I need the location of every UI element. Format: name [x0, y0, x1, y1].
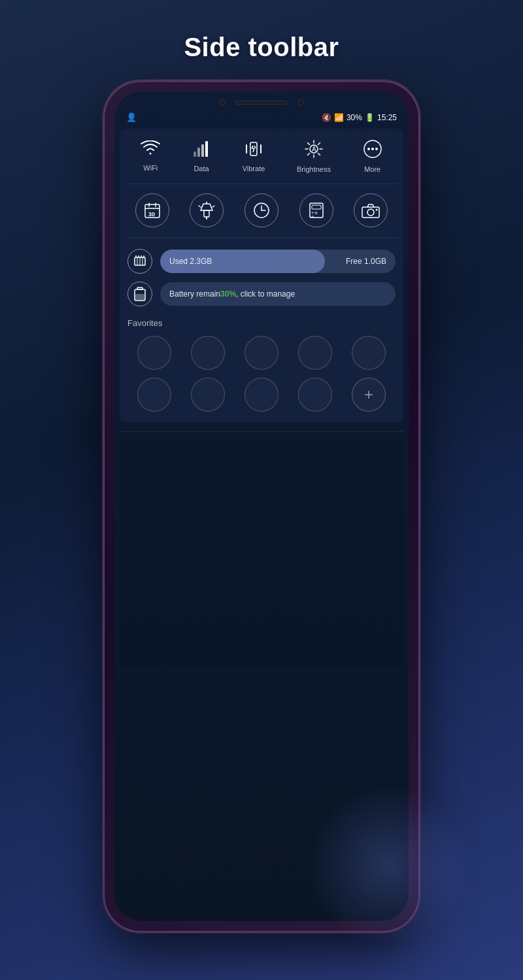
calendar-icon: 30 — [135, 193, 169, 227]
toggle-data[interactable]: Data — [192, 140, 211, 172]
shortcut-flashlight[interactable] — [190, 193, 224, 227]
svg-line-18 — [318, 154, 320, 155]
svg-text:A: A — [312, 146, 316, 153]
favorite-slot-4[interactable] — [298, 336, 332, 370]
svg-line-34 — [212, 206, 214, 207]
more-label: More — [364, 165, 380, 173]
svg-rect-0 — [194, 152, 196, 157]
favorites-grid: + — [125, 336, 398, 412]
status-left: 👤 — [126, 112, 137, 122]
shortcut-calculator[interactable]: ÷× +- — [299, 193, 333, 227]
memory-bar-labels: Used 2.3GB Free 1.0GB — [160, 257, 396, 266]
battery-percent-status: 30% — [346, 113, 362, 122]
shortcut-clock[interactable] — [245, 193, 278, 227]
memory-used-label: Used 2.3GB — [169, 257, 212, 266]
svg-point-24 — [375, 148, 378, 150]
svg-rect-1 — [197, 148, 200, 157]
proximity-sensor — [297, 99, 304, 106]
phone-screen: 👤 🔇 📶 30% 🔋 15:25 — [114, 91, 409, 921]
battery-text-before: Battery remain — [169, 289, 220, 299]
svg-line-19 — [318, 143, 320, 145]
favorite-slot-2[interactable] — [191, 336, 225, 370]
phone-frame: 👤 🔇 📶 30% 🔋 15:25 — [105, 82, 418, 931]
phone-top-bar — [114, 91, 409, 111]
toggle-more[interactable]: More — [363, 139, 382, 173]
memory-free-label: Free 1.0GB — [346, 257, 386, 266]
toggle-wifi[interactable]: WiFi — [141, 140, 160, 172]
bottom-content-area — [120, 441, 403, 670]
battery-icon — [127, 282, 152, 306]
favorites-label: Favorites — [125, 318, 398, 328]
svg-text:+-: +- — [311, 214, 316, 219]
toggle-vibrate[interactable]: Vibrate — [243, 140, 265, 172]
vibrate-icon — [244, 140, 263, 161]
svg-line-17 — [307, 143, 309, 145]
favorite-slot-1[interactable] — [137, 336, 171, 370]
shortcut-calendar[interactable]: 30 — [135, 193, 169, 227]
svg-line-8 — [253, 148, 254, 152]
calculator-icon: ÷× +- — [299, 193, 333, 227]
svg-rect-55 — [137, 287, 143, 289]
flashlight-icon — [190, 193, 224, 227]
toggle-brightness[interactable]: A Brightness — [297, 139, 331, 173]
memory-bar: Used 2.3GB Free 1.0GB — [160, 250, 396, 273]
user-icon: 👤 — [126, 112, 137, 122]
svg-line-33 — [199, 206, 201, 207]
svg-rect-2 — [201, 144, 204, 157]
favorite-slot-7[interactable] — [191, 378, 225, 412]
svg-point-22 — [367, 148, 370, 150]
mute-icon: 🔇 — [322, 113, 331, 122]
svg-point-45 — [376, 209, 378, 211]
svg-rect-31 — [204, 210, 209, 217]
wifi-icon — [141, 140, 160, 160]
data-icon — [192, 140, 211, 161]
svg-point-23 — [371, 148, 374, 150]
brightness-label: Brightness — [297, 165, 331, 173]
svg-rect-3 — [205, 141, 208, 157]
battery-percent-display: 30% — [220, 289, 236, 299]
more-icon — [363, 139, 382, 161]
battery-status-icon: 🔋 — [365, 113, 375, 122]
shortcut-camera[interactable] — [354, 193, 388, 227]
status-right: 🔇 📶 30% 🔋 15:25 — [322, 113, 397, 122]
main-panel: WiFi Data — [120, 129, 403, 422]
brightness-icon: A — [304, 139, 324, 161]
data-label: Data — [194, 165, 209, 172]
battery-row: Battery remain 30%, click to manage — [125, 282, 398, 306]
svg-point-44 — [367, 209, 374, 216]
favorites-row-2: + — [127, 378, 396, 412]
app-shortcuts-row: 30 — [125, 193, 398, 238]
favorite-slot-9[interactable] — [298, 378, 332, 412]
svg-text:30: 30 — [148, 211, 155, 218]
favorite-slot-8[interactable] — [245, 378, 278, 412]
clock-status: 15:25 — [377, 113, 397, 122]
battery-text-after: , click to manage — [236, 289, 295, 299]
memory-row: Used 2.3GB Free 1.0GB — [125, 249, 398, 274]
favorite-slot-6[interactable] — [137, 378, 171, 412]
wifi-label: WiFi — [143, 164, 158, 172]
vibrate-label: Vibrate — [243, 165, 265, 172]
battery-info-bar[interactable]: Battery remain 30%, click to manage — [160, 282, 396, 306]
svg-marker-30 — [201, 204, 212, 210]
status-bar: 👤 🔇 📶 30% 🔋 15:25 — [114, 111, 409, 126]
svg-line-20 — [307, 154, 309, 155]
favorite-slot-3[interactable] — [245, 336, 278, 370]
svg-rect-56 — [135, 294, 144, 300]
quick-toggles-row: WiFi Data — [125, 139, 398, 184]
favorites-row-1 — [127, 336, 396, 370]
camera-icon — [354, 193, 388, 227]
svg-line-6 — [254, 146, 256, 148]
page-title: Side toolbar — [184, 33, 339, 62]
clock-icon — [245, 193, 278, 227]
wifi-status-icon: 📶 — [334, 113, 344, 122]
add-favorite-button[interactable]: + — [352, 378, 386, 412]
section-divider — [120, 431, 403, 432]
memory-icon — [127, 249, 152, 274]
front-camera — [219, 99, 226, 106]
favorite-slot-5[interactable] — [352, 336, 386, 370]
speaker-grille — [235, 101, 288, 105]
svg-rect-40 — [312, 205, 321, 209]
